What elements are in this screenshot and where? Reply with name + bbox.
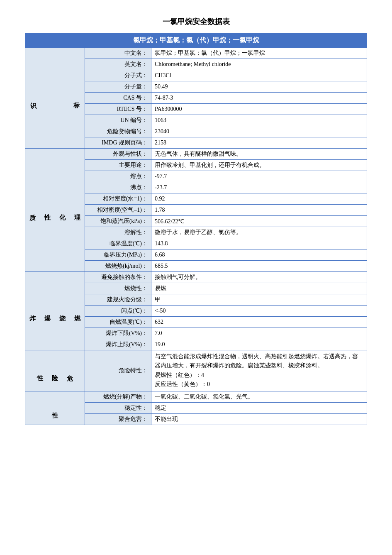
field-value: 50.49 (151, 81, 367, 93)
field-value: CH3Cl (151, 70, 367, 81)
field-value: 7.0 (151, 328, 367, 339)
field-value: <-50 (151, 306, 367, 317)
field-value: 不能出现 (151, 413, 367, 425)
field-value: 一氧化碳、二氧化碳、氯化氢、光气。 (151, 391, 367, 402)
field-value: -23.7 (151, 182, 367, 193)
field-label: IMDG 规则页码： (85, 137, 151, 149)
header-row: 氯甲烷；甲基氯；氯（代）甲烷；一氯甲烷 (25, 34, 367, 48)
field-label: 主要用途： (85, 160, 151, 171)
section-label-identification: 标识 (25, 48, 85, 149)
field-label: 溶解性： (85, 227, 151, 238)
table-row: 标识 中文名： 氯甲烷；甲基氯；氯（代）甲烷；一氯甲烷 (25, 48, 367, 59)
field-label: 英文名： (85, 59, 151, 70)
field-value: 143.8 (151, 238, 367, 249)
field-value: 微溶于水，易溶于乙醇、氯仿等。 (151, 227, 367, 238)
field-label: 自燃温度(℃)： (85, 317, 151, 328)
table-row: 性 燃烧(分解)产物： 一氧化碳、二氧化碳、氯化氢、光气。 (25, 391, 367, 402)
field-value: 0.92 (151, 193, 367, 205)
field-value: 用作致冷剂、甲基化剂，还用于有机合成。 (151, 160, 367, 171)
field-value: 632 (151, 317, 367, 328)
field-value: -97.7 (151, 171, 367, 182)
field-label: 危险特性： (85, 350, 151, 391)
field-label: 分子式： (85, 70, 151, 81)
field-value: 易燃 (151, 283, 367, 294)
field-label: 危险货物编号： (85, 126, 151, 137)
field-label: 闪点(℃)： (85, 306, 151, 317)
field-value: PA6300000 (151, 104, 367, 115)
section-label-stability: 性 (25, 391, 85, 425)
section-label-hazard: 危险性 (25, 350, 85, 391)
field-value: Chloromethane; Methyl chloride (151, 59, 367, 70)
field-label: 建规火险分级： (85, 294, 151, 306)
field-value: 甲 (151, 294, 367, 306)
field-label: 聚合危害： (85, 413, 151, 425)
page-title: 一氯甲烷安全数据表 (25, 17, 367, 27)
field-label: CAS 号： (85, 93, 151, 104)
field-label: RTECS 号： (85, 104, 151, 115)
field-value: 685.5 (151, 261, 367, 272)
field-value: 与空气混合能形成爆炸性混合物，遇明火、高热能引起燃烧爆炸。若遇高热，容器内压增大… (151, 350, 367, 391)
field-label: 熔点： (85, 171, 151, 182)
table-row: 危险性 危险特性： 与空气混合能形成爆炸性混合物，遇明火、高热能引起燃烧爆炸。若… (25, 350, 367, 391)
field-label: 燃烧热(kj/mol)： (85, 261, 151, 272)
field-value: 无色气体，具有醚样的微甜气味。 (151, 149, 367, 160)
field-value: 506.62/22℃ (151, 216, 367, 227)
field-value: 2158 (151, 137, 367, 149)
field-label: 稳定性： (85, 402, 151, 413)
field-label: 爆炸上限(V%)： (85, 339, 151, 350)
field-value: 接触潮气可分解。 (151, 272, 367, 283)
field-label: 外观与性状： (85, 149, 151, 160)
table-row: 燃烧爆炸 避免接触的条件： 接触潮气可分解。 (25, 272, 367, 283)
field-value: 1063 (151, 115, 367, 126)
field-value: 1.78 (151, 205, 367, 216)
field-label: 燃烧性： (85, 283, 151, 294)
field-label: 沸点： (85, 182, 151, 193)
field-value: 19.0 (151, 339, 367, 350)
field-label: 饱和蒸汽压(kPa)： (85, 216, 151, 227)
field-label: 临界压力(MPa)： (85, 249, 151, 261)
field-label: 爆炸下限(V%)： (85, 328, 151, 339)
field-label: 燃烧(分解)产物： (85, 391, 151, 402)
field-label: UN 编号： (85, 115, 151, 126)
table-row: 理化性质 外观与性状： 无色气体，具有醚样的微甜气味。 (25, 149, 367, 160)
main-table: 氯甲烷；甲基氯；氯（代）甲烷；一氯甲烷 标识 中文名： 氯甲烷；甲基氯；氯（代）… (25, 33, 367, 425)
field-label: 相对密度(空气=1)： (85, 205, 151, 216)
field-label: 分子量： (85, 81, 151, 93)
field-value: 氯甲烷；甲基氯；氯（代）甲烷；一氯甲烷 (151, 48, 367, 59)
field-value: 稳定 (151, 402, 367, 413)
field-label: 相对密度(水=1)： (85, 193, 151, 205)
field-label: 临界温度(℃)： (85, 238, 151, 249)
field-value: 23040 (151, 126, 367, 137)
section-label-combustion: 燃烧爆炸 (25, 272, 85, 350)
field-value: 6.68 (151, 249, 367, 261)
section-label-physical: 理化性质 (25, 149, 85, 272)
field-value: 74-87-3 (151, 93, 367, 104)
header-names: 氯甲烷；甲基氯；氯（代）甲烷；一氯甲烷 (25, 34, 367, 48)
field-label: 避免接触的条件： (85, 272, 151, 283)
field-label: 中文名： (85, 48, 151, 59)
